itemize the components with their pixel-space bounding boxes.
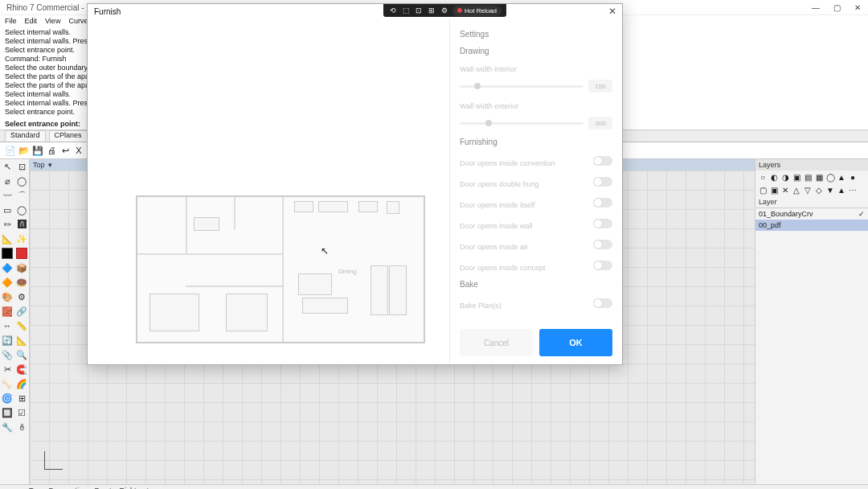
layer-ico[interactable]: ▲ [837,185,846,195]
dialog-preview: Dining ↖ [88,18,449,364]
wrench-icon[interactable]: 🔧 [0,420,14,434]
toggle-switch[interactable] [593,298,612,308]
render-icon[interactable]: 🌈 [14,376,29,391]
dialog-close-button[interactable]: ✕ [603,4,622,18]
solid-icon[interactable]: 🔷 [0,261,14,275]
gear-icon[interactable]: ⚙ [440,6,449,15]
join-icon[interactable]: 🔗 [14,304,29,318]
select-icon[interactable]: ↖ [0,159,14,174]
menu-file[interactable]: File [5,17,17,25]
layer-ico[interactable]: ▣ [769,185,779,195]
layer-ico[interactable]: ▲ [837,172,846,182]
layer-ico[interactable]: ◯ [825,172,835,182]
mesh-icon[interactable]: 🧱 [0,304,14,318]
ellipse-icon[interactable]: ◯ [14,174,29,188]
undo-icon[interactable]: ↩ [59,145,71,156]
box-icon[interactable]: 📦 [14,261,29,275]
layers-title: Layers [755,159,868,171]
star-icon[interactable]: ✨ [14,232,29,246]
gem-icon[interactable]: 🔶 [0,275,14,290]
wall-interior-slider[interactable] [460,85,583,88]
layer-ico[interactable]: △ [792,185,801,195]
polygon-icon[interactable]: ◯ [14,203,29,217]
debug-icon[interactable]: ⊞ [427,6,436,15]
toolbar-tab-standard[interactable]: Standard [5,130,46,142]
layer-ico[interactable]: ▤ [803,172,813,182]
debug-icon[interactable]: ⟲ [388,6,398,15]
toggle-switch[interactable] [593,198,612,208]
text-icon[interactable]: 🅰 [14,217,29,232]
snap-icon[interactable]: 🧲 [14,362,29,376]
curve-icon[interactable]: 〰 [0,188,14,203]
layer-ico[interactable]: ● [848,172,858,182]
save-icon[interactable]: 💾 [32,145,43,156]
toggle-switch[interactable] [593,177,612,187]
ok-button[interactable]: OK [539,329,612,356]
chevron-down-icon[interactable]: ▾ [48,161,52,169]
layer-ico[interactable]: ◑ [780,172,790,182]
rotate-icon[interactable]: 🔄 [0,333,14,347]
cursor-icon: ↖ [321,245,329,257]
trim-icon[interactable]: ✂ [0,362,14,376]
layer-ico[interactable]: ◐ [769,172,779,182]
open-icon[interactable]: 📂 [18,145,30,156]
dialog-debug-toolbar: ⟲ ⬚ ⊡ ⊞ ⚙ Hot Reload [383,4,506,17]
gear-icon[interactable]: ⚙ [14,290,29,304]
cancel-button[interactable]: Cancel [460,329,533,356]
zoom-icon[interactable]: 🔍 [14,347,29,362]
layer-row[interactable]: 00_pdf [755,220,868,231]
arc-icon[interactable]: ⌒ [14,188,29,203]
layer-ico[interactable]: ▣ [792,172,801,182]
swatch-red[interactable] [14,246,29,261]
layer-row[interactable]: 01_BoundaryCrv ✓ [755,208,868,220]
toggle-switch[interactable] [593,261,612,270]
layer-ico[interactable]: ✕ [780,185,790,195]
toggle-switch[interactable] [593,156,612,166]
rect-icon[interactable]: ▭ [0,203,14,217]
layer-ico[interactable]: ◇ [814,185,824,195]
torus-icon[interactable]: 🍩 [14,275,29,290]
grid-icon[interactable]: ⊞ [14,391,29,405]
wall-exterior-slider[interactable] [460,122,583,125]
hot-reload-pill[interactable]: Hot Reload [452,6,502,16]
menu-edit[interactable]: Edit [25,17,38,25]
wall-exterior-value[interactable]: 300 [588,117,612,129]
candle-icon[interactable]: 🕯 [14,420,29,434]
lasso-icon[interactable]: ⊡ [14,159,29,174]
measure-icon[interactable]: 📏 [14,318,29,333]
new-icon[interactable]: 📄 [5,145,16,156]
wall-interior-value[interactable]: 150 [588,80,612,92]
sketch-icon[interactable]: ✏ [0,217,14,232]
dialog-titlebar[interactable]: Furnish ⟲ ⬚ ⊡ ⊞ ⚙ Hot Reload ✕ [88,4,622,18]
attach-icon[interactable]: 📎 [0,347,14,362]
spiral-icon[interactable]: 🌀 [0,391,14,405]
layer-ico[interactable]: ○ [758,172,768,182]
layer-ico[interactable]: ▢ [758,185,768,195]
toggle-label: Door opens inside convention [460,159,555,167]
frame-icon[interactable]: 🔲 [0,405,14,420]
check-icon[interactable]: ☑ [14,405,29,420]
window-maximize-button[interactable]: ▢ [826,0,847,14]
menu-view[interactable]: View [45,17,60,25]
window-minimize-button[interactable]: — [805,0,826,14]
layer-ico[interactable]: ▦ [814,172,824,182]
bend-icon[interactable]: 🦴 [0,376,14,391]
dim-icon[interactable]: 📐 [0,232,14,246]
debug-icon[interactable]: ⊡ [414,6,424,15]
toggle-switch[interactable] [593,240,612,249]
menu-curve[interactable]: Curve [68,17,88,25]
swatch-black[interactable] [0,246,14,261]
cut-icon[interactable]: X [73,145,84,156]
toggle-switch[interactable] [593,219,612,228]
move-icon[interactable]: ↔ [0,318,14,333]
layer-ico[interactable]: ▼ [825,185,835,195]
paint-icon[interactable]: 🎨 [0,290,14,304]
layer-ico[interactable]: ▽ [803,185,813,195]
print-icon[interactable]: 🖨 [46,145,57,156]
toolbar-tab-cplanes[interactable]: CPlanes [49,130,88,142]
window-close-button[interactable]: ✕ [847,0,868,14]
layer-ico[interactable]: ⋯ [848,185,858,195]
circle-icon[interactable]: ⌀ [0,174,14,188]
align-icon[interactable]: 📐 [14,333,29,347]
debug-icon[interactable]: ⬚ [401,6,411,15]
